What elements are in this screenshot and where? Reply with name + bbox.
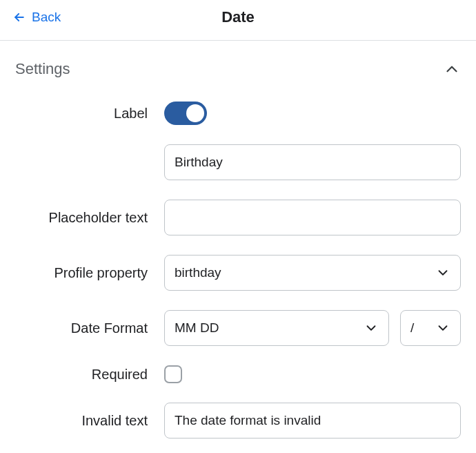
back-label: Back xyxy=(32,10,61,25)
date-separator-value: / xyxy=(410,320,414,336)
profile-property-value: birthday xyxy=(175,265,221,280)
page-title: Date xyxy=(221,8,255,26)
profile-property-row: Profile property birthday xyxy=(15,255,461,291)
required-row: Required xyxy=(15,365,461,383)
date-format-label: Date Format xyxy=(15,320,164,336)
label-toggle-row: Label xyxy=(15,102,461,125)
required-label: Required xyxy=(15,367,164,383)
back-button[interactable]: Back xyxy=(12,10,61,25)
toggle-knob xyxy=(186,104,204,122)
required-checkbox[interactable] xyxy=(164,365,182,383)
label-toggle[interactable] xyxy=(164,102,207,125)
chevron-down-icon xyxy=(435,265,450,280)
arrow-left-icon xyxy=(12,10,26,24)
date-format-row: Date Format MM DD / xyxy=(15,310,461,346)
date-format-value: MM DD xyxy=(175,320,219,336)
section-title: Settings xyxy=(15,60,70,78)
placeholder-row: Placeholder text xyxy=(15,200,461,235)
date-separator-select[interactable]: / xyxy=(400,310,461,346)
chevron-up-icon xyxy=(443,60,461,78)
profile-property-select[interactable]: birthday xyxy=(164,255,461,291)
invalid-text-input[interactable] xyxy=(164,403,461,438)
invalid-text-row: Invalid text xyxy=(15,403,461,438)
invalid-text-label: Invalid text xyxy=(15,413,164,429)
section-header[interactable]: Settings xyxy=(0,41,476,85)
profile-property-label: Profile property xyxy=(15,265,164,281)
date-format-select[interactable]: MM DD xyxy=(164,310,389,346)
chevron-down-icon xyxy=(364,320,379,336)
settings-rows: Label Placeholder text Profile property … xyxy=(0,85,476,438)
placeholder-label: Placeholder text xyxy=(15,210,164,226)
label-toggle-label: Label xyxy=(15,106,164,122)
chevron-down-icon xyxy=(435,320,450,336)
label-value-row xyxy=(15,144,461,180)
placeholder-input[interactable] xyxy=(164,200,461,235)
label-input[interactable] xyxy=(164,144,461,180)
header: Back Date xyxy=(0,0,476,40)
